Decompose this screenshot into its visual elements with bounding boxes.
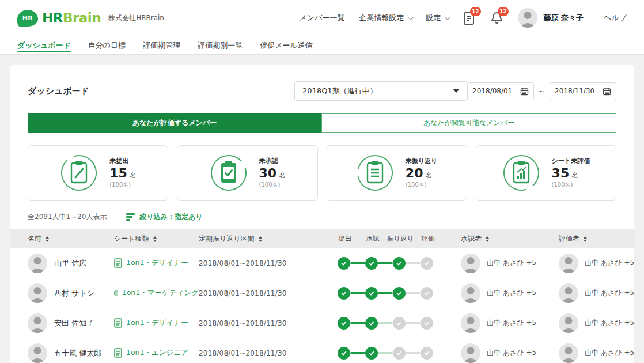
nav-period-list[interactable]: 評価期別一覧 bbox=[198, 36, 243, 54]
check-icon bbox=[423, 260, 430, 267]
column-header-evaluator[interactable]: 評価者 bbox=[559, 234, 616, 244]
date-from-input[interactable]: 2018/08/01 bbox=[467, 82, 534, 100]
clipboard-lines-icon bbox=[356, 154, 394, 192]
hrbrain-wordmark: HRBrain bbox=[42, 10, 101, 25]
tasks-notification-button[interactable]: 12 bbox=[463, 11, 476, 25]
column-header-progress: 提出 承認 振り返り 評価 bbox=[339, 235, 461, 243]
step-done-check-icon bbox=[338, 257, 350, 270]
check-icon bbox=[340, 350, 347, 357]
column-header-name[interactable]: 名前 bbox=[28, 234, 114, 244]
menu-settings[interactable]: 設定 bbox=[426, 13, 449, 23]
table-row[interactable]: 五十嵐 健太郎 1on1・エンジニア 2018/08/01~2018/11/30… bbox=[10, 338, 634, 363]
stat-card-unapproved[interactable]: 未承認 30名 (100名) bbox=[177, 145, 317, 201]
check-icon bbox=[423, 320, 430, 327]
tab-members-you-evaluate[interactable]: あなたが評価するメンバー bbox=[28, 113, 321, 133]
approver-cell: 山中 あさひ +5 bbox=[461, 283, 559, 303]
step-done-check-icon bbox=[393, 287, 406, 300]
table-row[interactable]: 安田 佐知子 1on1・デザイナー 2018/08/01~2018/11/30 … bbox=[10, 308, 634, 338]
chevron-down-icon bbox=[408, 14, 414, 20]
step-done-check-icon bbox=[365, 347, 378, 360]
user-name[interactable]: 藤原 奈々子 bbox=[544, 13, 584, 23]
tab-members-you-can-view[interactable]: あなたが閲覧可能なメンバー bbox=[321, 113, 616, 133]
step-connector bbox=[406, 322, 421, 324]
tasks-badge: 12 bbox=[470, 7, 481, 16]
nav-period-manage[interactable]: 評価期管理 bbox=[143, 36, 180, 54]
nav-dashboard[interactable]: ダッシュボード bbox=[17, 36, 71, 54]
stat-card-unreviewed[interactable]: 未振り返り 20名 (100名) bbox=[327, 145, 467, 201]
hrbrain-logo[interactable]: HR HRBrain bbox=[17, 10, 101, 27]
company-name: 株式会社HRBrain bbox=[108, 13, 164, 23]
check-icon bbox=[368, 350, 375, 357]
check-icon bbox=[368, 260, 375, 267]
step-pending-check-icon bbox=[393, 347, 406, 360]
result-summary: 全2091人中1～20人表示 bbox=[28, 212, 107, 222]
column-header-approver[interactable]: 承認者 bbox=[461, 234, 559, 244]
hrbrain-logo-icon: HR bbox=[17, 10, 38, 27]
sheet-link[interactable]: 1on1・デザイナー bbox=[114, 258, 199, 268]
step-done-check-icon bbox=[365, 257, 378, 270]
member-table: 名前 シート種類 定期振り返り区間 提出 承認 振り返り 評価 承認者 評価者 … bbox=[10, 229, 634, 363]
nav-my-goals[interactable]: 自分の目標 bbox=[88, 36, 126, 54]
evaluator-avatar bbox=[559, 343, 578, 363]
member-avatar bbox=[28, 283, 47, 303]
help-link[interactable]: ヘルプ bbox=[604, 13, 627, 23]
member-scope-tabs: あなたが評価するメンバー あなたが閲覧可能なメンバー bbox=[28, 113, 616, 133]
nav-reminder-mail[interactable]: 催促メール送信 bbox=[260, 36, 313, 54]
check-icon bbox=[423, 290, 430, 297]
progress-indicator bbox=[338, 347, 461, 360]
table-row[interactable]: 西村 サトシ 1on1・マーケティング 2018/08/01~2018/11/3… bbox=[10, 278, 634, 308]
evaluator-avatar bbox=[559, 254, 578, 273]
column-header-review-period[interactable]: 定期振り返り区間 bbox=[199, 234, 339, 244]
stat-card-sheet-unevaluated[interactable]: シート未評価 35名 (100名) bbox=[476, 145, 616, 201]
menu-company-settings[interactable]: 企業情報設定 bbox=[359, 13, 412, 23]
calendar-icon bbox=[603, 87, 611, 96]
progress-indicator bbox=[338, 257, 461, 270]
check-icon bbox=[396, 350, 403, 357]
sub-nav: ダッシュボード 自分の目標 評価期管理 評価期別一覧 催促メール送信 bbox=[0, 36, 644, 55]
clipboard-chart-icon bbox=[502, 154, 540, 192]
step-pending-check-icon bbox=[421, 347, 433, 360]
sheet-link[interactable]: 1on1・エンジニア bbox=[114, 348, 199, 358]
member-avatar bbox=[28, 343, 47, 363]
step-done-check-icon bbox=[338, 317, 350, 330]
check-icon bbox=[340, 320, 347, 327]
evaluator-cell: 山中 あさひ +5 bbox=[559, 283, 634, 303]
sort-icon bbox=[486, 236, 489, 242]
step-connector bbox=[350, 352, 365, 354]
column-header-sheet-type[interactable]: シート種類 bbox=[114, 234, 199, 244]
step-pending-check-icon bbox=[421, 257, 433, 270]
filter-button[interactable]: 絞り込み：指定あり bbox=[126, 212, 202, 222]
stat-card-unsubmitted[interactable]: 未提出 15名 (100名) bbox=[28, 145, 168, 201]
sheet-link[interactable]: 1on1・デザイナー bbox=[114, 318, 199, 328]
user-avatar[interactable] bbox=[518, 8, 537, 28]
dashboard-card: ダッシュボード 2018Q1期（進行中） 2018/08/01 ~ 2018/1… bbox=[10, 65, 634, 363]
step-connector bbox=[406, 262, 421, 264]
check-icon bbox=[340, 260, 347, 267]
step-pending-check-icon bbox=[421, 317, 433, 330]
step-connector bbox=[350, 322, 365, 324]
member-avatar bbox=[28, 254, 47, 273]
evaluator-avatar bbox=[559, 283, 578, 303]
alerts-badge: 12 bbox=[498, 7, 509, 16]
evaluation-period-select[interactable]: 2018Q1期（進行中） bbox=[294, 81, 467, 101]
progress-indicator bbox=[338, 287, 461, 300]
approver-cell: 山中 あさひ +5 bbox=[461, 343, 559, 363]
date-to-input[interactable]: 2018/11/30 bbox=[550, 82, 616, 100]
step-done-check-icon bbox=[338, 347, 350, 360]
clipboard-pencil-icon bbox=[60, 154, 98, 192]
approver-cell: 山中 あさひ +5 bbox=[461, 313, 559, 333]
sheet-link[interactable]: 1on1・マーケティング bbox=[114, 288, 199, 298]
sheet-icon bbox=[114, 288, 118, 298]
chevron-down-icon bbox=[445, 14, 450, 20]
step-connector bbox=[406, 292, 421, 294]
table-row[interactable]: 山里 信広 1on1・デザイナー 2018/08/01~2018/11/30 山… bbox=[10, 248, 634, 278]
sort-icon bbox=[46, 236, 49, 242]
member-name: 山里 信広 bbox=[54, 258, 86, 269]
approver-avatar bbox=[461, 313, 480, 333]
menu-members[interactable]: メンバー一覧 bbox=[300, 13, 345, 23]
member-name: 五十嵐 健太郎 bbox=[54, 348, 101, 358]
step-connector bbox=[350, 292, 365, 294]
alerts-notification-button[interactable]: 12 bbox=[490, 11, 503, 25]
review-period: 2018/08/01~2018/11/30 bbox=[199, 349, 339, 357]
member-name: 安田 佐知子 bbox=[54, 318, 94, 328]
